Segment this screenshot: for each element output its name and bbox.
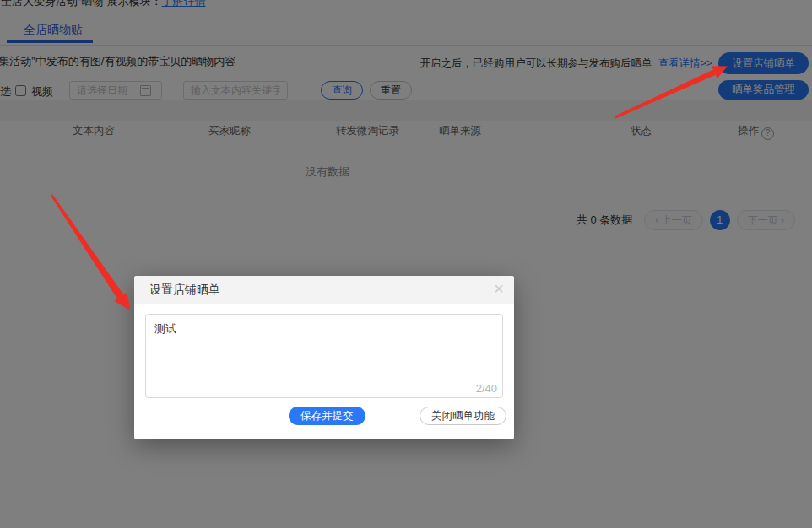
close-feature-button[interactable]: 关闭晒单功能	[420, 407, 506, 425]
save-submit-button[interactable]: 保存并提交	[289, 407, 365, 425]
store-review-admin-page: 全店大变身活动“晒物”展示模块：了解详情 全店晒物贴 买家在“晒单征集活动”中发…	[0, 0, 812, 528]
modal-header: 设置店铺晒单 ×	[134, 276, 514, 304]
review-text-textarea[interactable]: 测试	[145, 314, 503, 398]
close-icon[interactable]: ×	[494, 279, 504, 299]
modal-title: 设置店铺晒单	[149, 276, 220, 304]
modal-overlay	[0, 0, 812, 528]
char-counter: 2/40	[476, 382, 497, 395]
setup-store-review-modal: 设置店铺晒单 × 测试 2/40 保存并提交 关闭晒单功能	[134, 276, 514, 439]
